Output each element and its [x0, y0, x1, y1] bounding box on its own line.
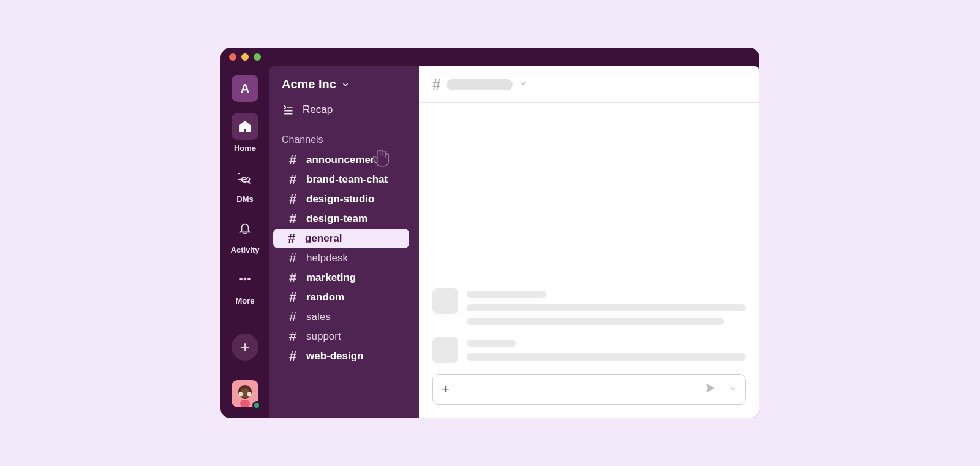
- hash-icon: #: [287, 270, 299, 286]
- rail-label: More: [235, 296, 254, 305]
- channel-name: support: [306, 330, 341, 343]
- channel-item-design-team[interactable]: #design-team: [274, 209, 409, 229]
- workspace-switcher[interactable]: Acme Inc: [270, 72, 414, 100]
- channel-item-marketing[interactable]: #marketing: [274, 268, 409, 288]
- hash-icon: #: [285, 231, 298, 246]
- svg-point-2: [248, 278, 251, 280]
- message-body: [467, 337, 746, 363]
- app-body: A Home DMs Activity: [221, 66, 760, 418]
- skeleton-line: [467, 353, 746, 361]
- recap-button[interactable]: Recap: [270, 100, 414, 120]
- bell-icon: [232, 215, 258, 242]
- rail-item-activity[interactable]: Activity: [231, 215, 260, 254]
- nav-rail: A Home DMs Activity: [221, 66, 270, 418]
- channel-name: marketing: [306, 272, 356, 284]
- send-options-button[interactable]: [729, 384, 737, 395]
- channel-name: design-team: [306, 213, 368, 225]
- main-panel: #: [419, 66, 760, 418]
- chevron-down-icon: [341, 80, 350, 89]
- hash-icon: #: [287, 172, 299, 188]
- channel-item-sales[interactable]: #sales: [274, 307, 409, 327]
- rail-label: DMs: [236, 194, 253, 204]
- app-window: A Home DMs Activity: [221, 48, 760, 418]
- channel-item-announcements[interactable]: #announcements: [274, 150, 409, 170]
- svg-rect-6: [240, 400, 250, 407]
- hash-icon: #: [287, 250, 299, 266]
- recap-icon: [282, 104, 294, 116]
- channel-header[interactable]: #: [419, 66, 760, 103]
- channel-name: sales: [306, 311, 331, 323]
- rail-item-more[interactable]: More: [232, 265, 258, 305]
- chevron-down-icon: [519, 79, 527, 90]
- skeleton-line: [467, 304, 746, 311]
- rail-item-dms[interactable]: DMs: [232, 164, 258, 204]
- message-body: [467, 288, 746, 325]
- channel-title-placeholder: [447, 79, 513, 90]
- rail-label: Home: [234, 143, 256, 153]
- dms-icon: [232, 164, 258, 191]
- channel-name: web-design: [306, 350, 364, 362]
- workspace-name: Acme Inc: [282, 77, 336, 91]
- svg-point-8: [247, 392, 252, 397]
- channel-item-random[interactable]: #random: [274, 288, 409, 307]
- hash-icon: #: [432, 76, 440, 93]
- hash-icon: #: [287, 211, 299, 227]
- presence-indicator: [252, 401, 261, 410]
- hash-icon: #: [287, 309, 299, 325]
- message-item: [432, 288, 746, 325]
- window-titlebar: [221, 48, 760, 66]
- send-button[interactable]: [704, 382, 717, 397]
- more-icon: [232, 265, 258, 292]
- message-avatar: [432, 337, 458, 363]
- channel-item-general[interactable]: #general: [273, 229, 409, 248]
- channel-item-web-design[interactable]: #web-design: [274, 346, 409, 366]
- rail-item-home[interactable]: Home: [232, 113, 258, 153]
- channels-section-header[interactable]: Channels: [270, 120, 414, 150]
- channel-name: general: [305, 232, 342, 245]
- recap-label: Recap: [303, 104, 333, 116]
- rail-label: Activity: [231, 245, 260, 254]
- create-button[interactable]: +: [232, 334, 258, 361]
- channel-name: announcements: [306, 154, 386, 166]
- channel-name: brand-team-chat: [306, 174, 388, 186]
- skeleton-line: [467, 318, 724, 325]
- hash-icon: #: [287, 191, 299, 207]
- channel-item-design-studio[interactable]: #design-studio: [274, 189, 409, 209]
- minimize-window-button[interactable]: [241, 53, 249, 61]
- skeleton-line: [467, 291, 546, 298]
- hash-icon: #: [287, 289, 299, 305]
- svg-point-0: [240, 278, 243, 280]
- message-composer[interactable]: +: [432, 374, 746, 405]
- svg-point-1: [244, 278, 246, 280]
- channel-item-support[interactable]: #support: [274, 327, 409, 346]
- hash-icon: #: [287, 329, 299, 345]
- channel-item-helpdesk[interactable]: #helpdesk: [274, 248, 409, 268]
- message-avatar: [432, 288, 458, 314]
- channel-name: helpdesk: [306, 252, 348, 264]
- svg-point-7: [239, 392, 243, 397]
- message-list: [419, 103, 760, 369]
- user-avatar[interactable]: [232, 380, 258, 407]
- channel-list: #announcements#brand-team-chat#design-st…: [270, 150, 414, 366]
- channel-name: random: [306, 291, 344, 304]
- hash-icon: #: [287, 348, 299, 364]
- message-item: [432, 337, 746, 363]
- maximize-window-button[interactable]: [254, 53, 261, 61]
- channel-name: design-studio: [306, 193, 374, 205]
- channel-item-brand-team-chat[interactable]: #brand-team-chat: [274, 170, 409, 189]
- hash-icon: #: [287, 152, 299, 168]
- workspace-tile[interactable]: A: [232, 75, 258, 102]
- close-window-button[interactable]: [229, 53, 236, 61]
- attach-button[interactable]: +: [442, 381, 450, 397]
- divider: [723, 383, 723, 396]
- skeleton-line: [467, 340, 516, 347]
- channel-sidebar: Acme Inc Recap Channels #announcements#b…: [270, 66, 419, 418]
- home-icon: [232, 113, 258, 140]
